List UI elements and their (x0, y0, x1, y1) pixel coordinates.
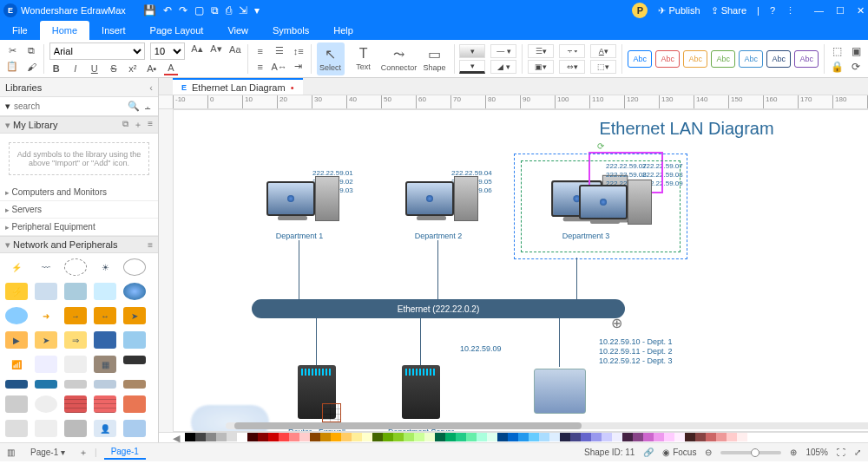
profile-avatar[interactable]: P (632, 3, 648, 18)
lib-cat-computers[interactable]: ▸ Computers and Monitors (0, 184, 158, 201)
palette-swatch[interactable] (258, 433, 268, 441)
palette-swatch[interactable] (414, 433, 424, 441)
palette-swatch[interactable] (497, 433, 508, 441)
library-search[interactable]: ▾ 🔍 ⫠ (0, 97, 158, 116)
palette-swatch[interactable] (331, 433, 341, 441)
palette-swatch[interactable] (581, 433, 591, 441)
text-tool[interactable]: TText (350, 42, 378, 75)
palette-swatch[interactable] (341, 433, 352, 441)
palette-swatch[interactable] (737, 433, 747, 441)
redo-icon[interactable]: ↷ (179, 4, 187, 16)
palette-swatch[interactable] (706, 433, 716, 441)
doc-tab-active[interactable]: E Ethernet Lan Diagram • (173, 78, 303, 95)
palette-swatch[interactable] (560, 433, 570, 441)
italic-icon[interactable]: I (69, 62, 82, 75)
department-1-group[interactable]: 222.22.59.01222.22.59.02222.22.59.03 Dep… (243, 171, 356, 240)
palette-swatch[interactable] (279, 433, 289, 441)
palette-swatch[interactable] (685, 433, 695, 441)
size-drop[interactable]: ⬚▾ (590, 60, 616, 74)
palette-swatch[interactable] (508, 433, 518, 441)
printers[interactable]: Printers (521, 360, 599, 431)
publish-button[interactable]: ✈ Publish (658, 5, 700, 16)
bold-icon[interactable]: B (49, 62, 63, 75)
palette-swatch[interactable] (539, 433, 549, 441)
more-icon[interactable]: ▾ (254, 4, 260, 16)
color-palette[interactable]: ◀ (159, 432, 868, 442)
line-color-drop[interactable]: ▾ (459, 60, 485, 74)
search-input[interactable] (14, 101, 124, 111)
lock-icon[interactable]: 🔒 (830, 60, 844, 74)
font-color-icon[interactable]: A (164, 62, 178, 75)
palette-swatch[interactable] (372, 433, 383, 441)
distribute-drop[interactable]: ⇔▾ (559, 60, 585, 74)
tab-help[interactable]: Help (321, 21, 365, 40)
fit-page-icon[interactable]: ⛶ (837, 448, 845, 457)
tab-page-layout[interactable]: Page Layout (138, 21, 216, 40)
palette-swatch[interactable] (362, 433, 372, 441)
text-style-drop[interactable]: A▾ (590, 44, 616, 58)
align-drop[interactable]: ⫟▾ (559, 44, 585, 58)
palette-swatch[interactable] (716, 433, 727, 441)
format-painter-icon[interactable]: 🖌 (24, 60, 38, 74)
lib-cat-peripheral[interactable]: ▸ Peripheral Equipment (0, 219, 158, 236)
quick-style[interactable]: Abc (711, 50, 735, 68)
tofront-icon[interactable]: ▣ (849, 44, 863, 58)
superscript-icon[interactable]: x² (126, 62, 140, 75)
my-library-header[interactable]: ▾ My Library ⧉＋≡ (0, 116, 158, 134)
palette-swatch[interactable] (518, 433, 529, 441)
palette-swatch[interactable] (185, 433, 195, 441)
department-2-group[interactable]: 222.22.59.04222.22.59.05222.22.59.06 Dep… (382, 171, 495, 240)
page-dropdown[interactable]: Page-1 ▾ (23, 446, 72, 459)
palette-swatch[interactable] (549, 433, 560, 441)
line-spacing-icon[interactable]: ↕≡ (292, 44, 306, 58)
palette-swatch[interactable] (477, 433, 487, 441)
tab-view[interactable]: View (215, 21, 260, 40)
palette-swatch[interactable] (727, 433, 737, 441)
lib-cat-servers[interactable]: ▸ Servers (0, 201, 158, 219)
horizontal-scrollbar[interactable] (226, 422, 868, 429)
maximize-icon[interactable]: ☐ (836, 5, 845, 16)
palette-swatch[interactable] (268, 433, 279, 441)
palette-swatch[interactable] (612, 433, 622, 441)
palette-swatch[interactable] (445, 433, 456, 441)
arrange-drop[interactable]: ☰▾ (528, 44, 554, 58)
palette-swatch[interactable] (695, 433, 706, 441)
select-tool[interactable]: ↖Select (317, 42, 345, 75)
rotate-icon[interactable]: ⟳ (849, 60, 863, 74)
minimize-icon[interactable]: — (814, 5, 824, 16)
palette-swatch[interactable] (466, 433, 477, 441)
palette-swatch[interactable] (247, 433, 258, 441)
align-v-icon[interactable]: ≡ (253, 60, 267, 74)
copy-icon[interactable]: ⧉ (24, 44, 38, 58)
filter-icon[interactable]: ⫠ (143, 101, 153, 112)
palette-swatch[interactable] (487, 433, 497, 441)
page-tab-1[interactable]: Page-1 (104, 445, 146, 460)
export-icon[interactable]: ⇲ (239, 4, 247, 16)
palette-swatch[interactable] (404, 433, 414, 441)
fullscreen-icon[interactable]: ⤢ (854, 448, 861, 457)
pages-icon[interactable]: ▥ (7, 448, 15, 457)
shape-tool[interactable]: ▭Shape (421, 42, 449, 75)
tab-file[interactable]: File (0, 21, 40, 40)
palette-swatch[interactable] (622, 433, 633, 441)
palette-swatch[interactable] (633, 433, 643, 441)
focus-button[interactable]: ◉ Focus (662, 448, 696, 457)
dropdown-icon[interactable]: ▾ (5, 101, 10, 112)
indent-icon[interactable]: ⇥ (292, 60, 306, 74)
palette-swatch[interactable] (424, 433, 435, 441)
highlight-icon[interactable]: A▪ (145, 62, 159, 75)
tab-insert[interactable]: Insert (89, 21, 138, 40)
palette-swatch[interactable] (591, 433, 602, 441)
search-icon[interactable]: 🔍 (128, 101, 140, 112)
palette-swatch[interactable] (654, 433, 664, 441)
font-decrease-icon[interactable]: A▾ (209, 42, 223, 56)
fill-color-drop[interactable]: ▾ (459, 44, 485, 58)
rotate-handle-icon[interactable]: ⟳ (597, 141, 604, 151)
palette-swatch[interactable] (674, 433, 685, 441)
palette-swatch[interactable] (643, 433, 654, 441)
palette-swatch[interactable] (195, 433, 206, 441)
palette-swatch[interactable] (456, 433, 466, 441)
palette-swatch[interactable] (383, 433, 393, 441)
ethernet-bus[interactable]: Ethernet (222.22.0.2) (252, 299, 625, 318)
quick-style[interactable]: Abc (655, 50, 680, 68)
